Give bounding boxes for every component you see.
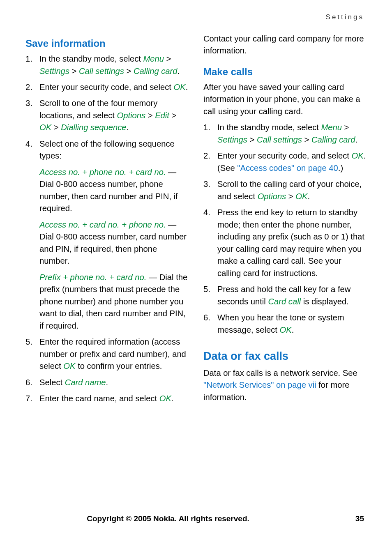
dot: . bbox=[186, 83, 188, 92]
copyright-text: Copyright © 2005 Nokia. All rights reser… bbox=[0, 514, 336, 523]
menu-path: Call settings bbox=[79, 67, 124, 76]
dot: . bbox=[171, 394, 174, 403]
list-item: 1. In the standby mode, select Menu > Se… bbox=[25, 53, 189, 77]
menu-path: Call settings bbox=[257, 135, 302, 144]
columns: Save information 1. In the standby mode,… bbox=[25, 33, 367, 409]
ok-label: OK bbox=[174, 83, 186, 92]
dot: . bbox=[307, 192, 310, 201]
sep: > bbox=[342, 123, 349, 132]
menu-path: Options bbox=[117, 111, 146, 120]
save-steps-list: 1. In the standby mode, select Menu > Se… bbox=[25, 53, 189, 162]
cross-reference-link[interactable]: "Network Services" on page vii bbox=[203, 380, 316, 389]
right-column: Contact your calling card company for mo… bbox=[203, 33, 367, 409]
dot: . bbox=[178, 67, 180, 76]
step-text: In the standby mode, select bbox=[217, 123, 321, 132]
page-number: 35 bbox=[336, 514, 364, 523]
step-number: 1. bbox=[25, 53, 32, 65]
list-item: 4. Select one of the following sequence … bbox=[25, 138, 189, 162]
paragraph: Contact your calling card company for mo… bbox=[203, 33, 367, 57]
make-calls-list: 1. In the standby mode, select Menu > Se… bbox=[203, 122, 367, 336]
heading-make-calls: Make calls bbox=[203, 64, 367, 79]
menu-path: Menu bbox=[143, 54, 164, 63]
page-footer: Copyright © 2005 Nokia. All rights reser… bbox=[0, 514, 392, 523]
menu-path: Calling card bbox=[311, 135, 355, 144]
step-number: 6. bbox=[203, 312, 210, 324]
step-number: 6. bbox=[25, 377, 32, 389]
step-text: .) bbox=[338, 163, 343, 173]
ok-label: OK bbox=[279, 325, 291, 334]
sequence-title: Access no. + phone no. + card no. bbox=[39, 168, 166, 177]
sequence-option: Access no. + card no. + phone no. — Dial… bbox=[25, 219, 189, 267]
ok-label: OK bbox=[352, 151, 364, 160]
menu-path: Settings bbox=[39, 67, 69, 76]
step-number: 3. bbox=[203, 178, 210, 190]
step-number: 2. bbox=[203, 150, 210, 162]
list-item: 3. Scroll to the calling card of your ch… bbox=[203, 178, 367, 202]
save-steps-list-cont: 5. Enter the required information (acces… bbox=[25, 336, 189, 405]
list-item: 5. Enter the required information (acces… bbox=[25, 336, 189, 372]
step-number: 4. bbox=[203, 207, 210, 219]
sep: > bbox=[145, 111, 155, 120]
list-item: 1. In the standby mode, select Menu > Se… bbox=[203, 122, 367, 146]
p-text: Data or fax calls is a network service. … bbox=[203, 368, 357, 377]
menu-path: Edit bbox=[155, 111, 169, 120]
sep: > bbox=[169, 111, 176, 120]
heading-data-fax: Data or fax calls bbox=[203, 348, 367, 364]
sequence-title: Prefix + phone no. + card no. bbox=[39, 273, 146, 282]
dot: . bbox=[355, 135, 358, 144]
step-number: 4. bbox=[25, 138, 32, 150]
step-text: Enter the card name, and select bbox=[39, 394, 159, 403]
page-header: Settings bbox=[25, 13, 367, 21]
menu-path: Settings bbox=[217, 135, 247, 144]
step-text: Press the end key to return to standby m… bbox=[217, 208, 364, 277]
sequence-option: Access no. + phone no. + card no. — Dial… bbox=[25, 166, 189, 215]
step-number: 7. bbox=[25, 393, 32, 405]
sep: > bbox=[247, 135, 257, 144]
step-number: 1. bbox=[203, 122, 210, 133]
menu-path: OK bbox=[39, 123, 51, 132]
menu-path: OK bbox=[295, 192, 307, 201]
step-text: Enter your security code, and select bbox=[217, 151, 352, 160]
heading-save-information: Save information bbox=[25, 36, 189, 51]
menu-path: Dialling sequence bbox=[61, 123, 126, 132]
ok-label: OK bbox=[159, 394, 171, 403]
dot: . bbox=[292, 325, 294, 334]
card-name-label: Card name bbox=[65, 378, 106, 387]
step-text: to confirm your entries. bbox=[76, 361, 162, 370]
list-item: 4. Press the end key to return to standb… bbox=[203, 207, 367, 279]
list-item: 2. Enter your security code, and select … bbox=[25, 81, 189, 93]
cross-reference-link[interactable]: "Access codes" on page 40 bbox=[237, 163, 338, 173]
list-item: 3. Scroll to one of the four memory loca… bbox=[25, 97, 189, 133]
dot: . bbox=[106, 378, 108, 387]
page-content: Settings Save information 1. In the stan… bbox=[0, 0, 392, 505]
step-text: Select bbox=[39, 378, 65, 387]
sep: > bbox=[69, 67, 79, 76]
menu-path: Options bbox=[258, 192, 286, 201]
sequence-option: Prefix + phone no. + card no. — Dial the… bbox=[25, 272, 189, 332]
ok-label: OK bbox=[63, 361, 75, 370]
dot: . bbox=[127, 123, 129, 132]
step-number: 5. bbox=[25, 336, 32, 348]
list-item: 2. Enter your security code, and select … bbox=[203, 150, 367, 174]
sep: > bbox=[164, 54, 171, 63]
sep: > bbox=[124, 67, 134, 76]
step-text: Enter your security code, and select bbox=[39, 83, 174, 92]
paragraph: After you have saved your calling card i… bbox=[203, 81, 367, 117]
step-number: 2. bbox=[25, 81, 32, 93]
step-text: Select one of the following sequence typ… bbox=[39, 139, 175, 160]
step-number: 3. bbox=[25, 97, 32, 109]
menu-path: Menu bbox=[321, 123, 342, 132]
left-column: Save information 1. In the standby mode,… bbox=[25, 33, 189, 409]
list-item: 5. Press and hold the call key for a few… bbox=[203, 283, 367, 308]
card-call-label: Card call bbox=[268, 297, 301, 306]
sequence-title: Access no. + card no. + phone no. bbox=[39, 220, 166, 229]
step-number: 5. bbox=[203, 283, 210, 295]
list-item: 6. Select Card name. bbox=[25, 377, 189, 389]
sep: > bbox=[51, 123, 61, 132]
step-text: is displayed. bbox=[301, 297, 349, 306]
list-item: 7. Enter the card name, and select OK. bbox=[25, 393, 189, 405]
paragraph: Data or fax calls is a network service. … bbox=[203, 367, 367, 403]
sep: > bbox=[302, 135, 311, 144]
list-item: 6. When you hear the tone or system mess… bbox=[203, 312, 367, 336]
step-text: In the standby mode, select bbox=[39, 54, 143, 63]
